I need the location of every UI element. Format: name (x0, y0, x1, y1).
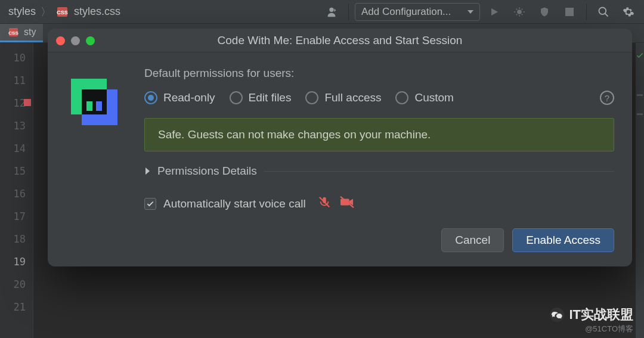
permissions-details-expander[interactable]: Permissions Details (144, 165, 614, 178)
dialog-titlebar[interactable]: Code With Me: Enable Access and Start Se… (48, 29, 632, 52)
permissions-radio-group: Read-only Edit files Full access Custom … (144, 91, 614, 105)
line-number[interactable]: 12 (0, 92, 33, 114)
window-controls (56, 36, 95, 45)
line-number[interactable]: 13 (0, 114, 33, 137)
radio-label: Read-only (163, 91, 215, 104)
radio-edit-files[interactable]: Edit files (230, 91, 292, 104)
voice-call-label: Automatically start voice call (163, 197, 306, 210)
svg-rect-9 (82, 89, 107, 114)
details-label: Permissions Details (157, 165, 257, 178)
toolbar-separator (586, 4, 587, 20)
radio-label: Custom (414, 91, 453, 104)
main-toolbar: styles 〉 CSS styles.css Add Configuratio… (0, 0, 644, 24)
svg-rect-3 (565, 8, 574, 16)
gear-icon[interactable] (618, 1, 639, 23)
radio-indicator-icon (395, 91, 408, 104)
caret-right-icon (144, 167, 150, 175)
line-number[interactable]: 14 (0, 137, 33, 160)
svg-point-4 (599, 7, 606, 14)
line-number[interactable]: 19 (0, 250, 33, 273)
svg-rect-11 (96, 101, 102, 111)
line-gutter[interactable]: 101112131415161718192021 (0, 43, 33, 338)
radio-label: Full access (324, 91, 381, 104)
bookmark-icon[interactable] (24, 99, 31, 106)
stripe-marker[interactable] (637, 113, 643, 115)
camera-off-icon[interactable] (339, 196, 355, 212)
tab-styles-css[interactable]: CSS sty (0, 24, 43, 42)
radio-full-access[interactable]: Full access (305, 91, 381, 104)
stop-icon[interactable] (559, 1, 580, 23)
run-icon[interactable] (484, 1, 505, 23)
breadcrumb-file[interactable]: styles.css (74, 5, 120, 18)
divider (264, 171, 614, 172)
svg-text:CSS: CSS (8, 30, 18, 36)
chevron-right-icon: 〉 (41, 5, 51, 19)
close-icon[interactable] (56, 36, 65, 45)
help-icon[interactable]: ? (600, 91, 614, 105)
css-file-icon: CSS (7, 27, 20, 38)
line-number[interactable]: 15 (0, 160, 33, 182)
enable-access-button[interactable]: Enable Access (512, 228, 614, 252)
run-config-label: Add Configuration... (361, 6, 451, 18)
error-stripe[interactable] (636, 43, 644, 338)
line-number[interactable]: 11 (0, 69, 33, 92)
user-icon[interactable] (321, 1, 342, 23)
breadcrumb: styles 〉 CSS styles.css (0, 5, 120, 19)
run-config-dropdown[interactable]: Add Configuration... (355, 3, 480, 21)
safe-banner: Safe. Guests can not make changes on you… (144, 118, 614, 151)
radio-read-only[interactable]: Read-only (144, 91, 215, 104)
cwm-logo-icon (61, 67, 126, 252)
search-icon[interactable] (593, 1, 614, 23)
stripe-marker[interactable] (637, 94, 643, 96)
svg-rect-10 (86, 101, 92, 111)
svg-point-2 (517, 10, 522, 14)
radio-indicator-icon (230, 91, 243, 104)
dialog-title: Code With Me: Enable Access and Start Se… (48, 34, 632, 47)
css-file-icon: CSS (56, 7, 69, 17)
radio-indicator-icon (144, 91, 157, 104)
radio-indicator-icon (305, 91, 318, 104)
line-number[interactable]: 20 (0, 273, 33, 296)
check-icon (636, 51, 644, 60)
line-number[interactable]: 10 (0, 46, 33, 69)
line-number[interactable]: 18 (0, 228, 33, 250)
mic-off-icon[interactable] (318, 196, 331, 212)
line-number[interactable]: 16 (0, 182, 33, 205)
svg-text:CSS: CSS (57, 10, 68, 15)
chevron-down-icon (467, 10, 473, 14)
minimize-icon[interactable] (71, 36, 80, 45)
toolbar-separator (348, 4, 349, 20)
radio-custom[interactable]: Custom (395, 91, 453, 104)
coverage-icon[interactable] (534, 1, 555, 23)
debug-icon[interactable] (509, 1, 530, 23)
voice-call-checkbox[interactable] (144, 198, 156, 210)
line-number[interactable]: 21 (0, 296, 33, 318)
line-number[interactable]: 17 (0, 205, 33, 228)
zoom-icon[interactable] (86, 36, 95, 45)
voice-call-checkbox-row: Automatically start voice call (144, 196, 614, 212)
radio-label: Edit files (249, 91, 292, 104)
permissions-label: Default permissions for users: (144, 67, 614, 80)
tab-label: sty (24, 27, 36, 38)
dialog-button-row: Cancel Enable Access (144, 228, 614, 252)
cwm-dialog: Code With Me: Enable Access and Start Se… (48, 29, 632, 266)
breadcrumb-root[interactable]: styles (8, 5, 36, 18)
cancel-button[interactable]: Cancel (441, 228, 504, 252)
